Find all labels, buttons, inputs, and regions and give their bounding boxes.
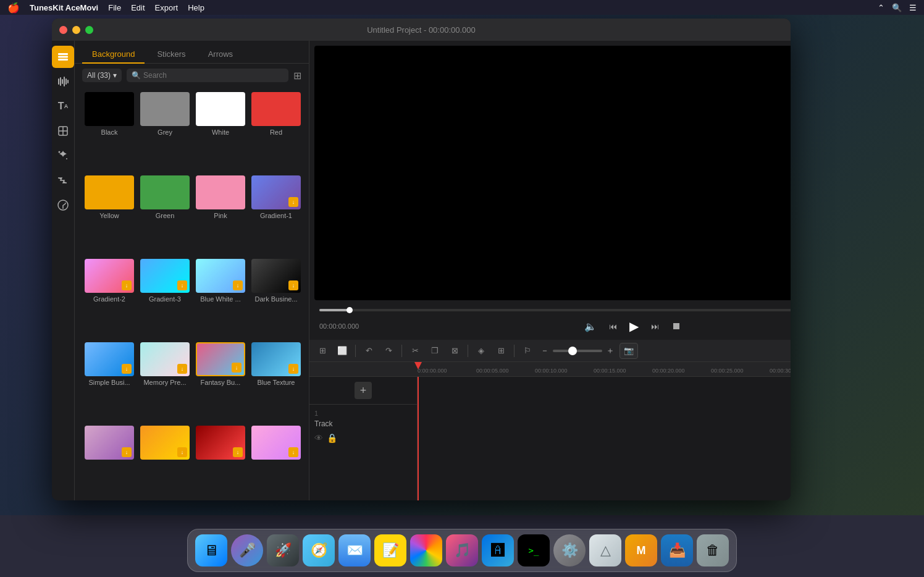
close-button[interactable] [59, 26, 67, 34]
tool-delete[interactable]: ⊠ [447, 343, 463, 359]
dock-app-dayone[interactable]: △ [589, 534, 621, 566]
dock-app-photos[interactable] [410, 534, 442, 566]
ruler-marks: 0:00:00.000 00:00:05.000 00:00:10.000 00… [418, 368, 791, 374]
dock-app-safari[interactable]: 🧭 [303, 534, 335, 566]
search-input[interactable] [143, 71, 284, 80]
dock-app-trash[interactable]: 🗑 [697, 534, 729, 566]
add-track-button[interactable]: + [355, 382, 372, 399]
bg-item-darkbusiness[interactable]: ↓ Dark Busine... [249, 256, 303, 339]
tab-stickers[interactable]: Stickers [147, 46, 195, 64]
sidebar-item-sticker[interactable] [52, 194, 74, 216]
bg-item-yellow[interactable]: Yellow [82, 173, 136, 255]
airplay-icon[interactable]: ⌃ [878, 3, 884, 12]
bg-item-row5c[interactable]: ↓ [193, 423, 248, 498]
search-box[interactable]: 🔍 [127, 69, 288, 82]
bg-item-gradient3[interactable]: ↓ Gradient-3 [138, 256, 192, 339]
dock-app-terminal[interactable]: >_ [518, 534, 550, 566]
dock-app-launchpad[interactable]: 🚀 [267, 534, 299, 566]
bg-item-gradient2[interactable]: ↓ Gradient-2 [82, 256, 136, 339]
maximize-button[interactable] [85, 26, 93, 34]
menu-export[interactable]: Export [155, 3, 178, 12]
grid-toggle-icon[interactable]: ⊞ [293, 70, 301, 82]
bg-item-row5d[interactable]: ↓ [249, 423, 303, 498]
tool-add-clip[interactable]: ⊞ [314, 343, 330, 359]
menu-help[interactable]: Help [188, 3, 204, 12]
bg-item-white[interactable]: White [193, 90, 248, 172]
svg-rect-1 [58, 56, 68, 58]
search-menubar-icon[interactable]: 🔍 [892, 3, 902, 12]
bg-item-fantasybu[interactable]: ↓ Fantasy Bu... [193, 340, 248, 422]
bg-item-bluewhite[interactable]: ↓ Blue White ... [193, 256, 248, 339]
apple-menu[interactable]: 🍎 [7, 2, 20, 14]
bg-item-black[interactable]: Black [82, 90, 136, 172]
bg-item-bluetexture[interactable]: ↓ Blue Texture [249, 340, 303, 422]
dock-app-masterpdf[interactable]: M [625, 534, 657, 566]
tool-undo[interactable]: ↶ [361, 343, 377, 359]
timeline-playhead[interactable] [418, 377, 791, 500]
minimize-button[interactable] [72, 26, 80, 34]
bg-thumb-grey [140, 92, 190, 126]
dock-app-music[interactable]: 🎵 [446, 534, 478, 566]
dock-app-sysprefs[interactable]: ⚙️ [553, 534, 586, 566]
dock-app-siri[interactable]: 🎤 [231, 534, 263, 566]
timeline-ruler: 0:00:00.000 00:00:05.000 00:00:10.000 00… [309, 362, 791, 377]
dock-app-notes[interactable]: 📝 [374, 534, 406, 566]
bg-label-memorypre: Memory Pre... [143, 379, 186, 386]
sidebar-item-audio[interactable] [52, 70, 74, 93]
tool-split[interactable]: ⬜ [334, 343, 350, 359]
tool-cut[interactable]: ✂ [407, 343, 423, 359]
sidebar-item-text[interactable]: TA [52, 95, 74, 117]
search-icon: 🔍 [132, 71, 141, 80]
tool-copy[interactable]: ❐ [427, 343, 443, 359]
forward-button[interactable]: ⏭ [650, 321, 660, 332]
bg-item-memorypre[interactable]: ↓ Memory Pre... [138, 340, 192, 422]
download-badge: ↓ [122, 447, 132, 457]
dock-app-appstore[interactable]: 🅰 [482, 534, 514, 566]
rewind-button[interactable]: ⏮ [608, 321, 618, 332]
sidebar-item-transitions[interactable] [52, 169, 74, 192]
zoom-in-button[interactable]: ＋ [605, 344, 616, 358]
track-visibility-icon[interactable]: 👁 [314, 433, 323, 443]
bg-item-row5a[interactable]: ↓ [82, 423, 136, 498]
menu-edit[interactable]: Edit [131, 3, 145, 12]
tool-flag[interactable]: ⚐ [519, 343, 536, 359]
dock-app-finder[interactable]: 🖥 [195, 534, 227, 566]
bg-item-grey[interactable]: Grey [138, 90, 192, 172]
track-icons: 👁 🔒 [314, 433, 412, 443]
filter-dropdown[interactable]: All (33) ▾ [82, 69, 122, 82]
sidebar-item-shapes[interactable] [52, 120, 74, 142]
bg-thumb-black [85, 92, 134, 126]
menu-file[interactable]: File [108, 3, 121, 12]
bg-item-simplebusi[interactable]: ↓ Simple Busi... [82, 340, 136, 422]
progress-bar[interactable] [319, 309, 791, 311]
bg-item-red[interactable]: Red [249, 90, 303, 172]
time-display: 00:00:00.000 [319, 322, 359, 330]
preview-area: 00:00:00.000 🔈 ⏮ ▶ ⏭ ⏹ ⊡ ⛶ [309, 41, 791, 340]
track-lock-icon[interactable]: 🔒 [327, 433, 337, 443]
sidebar-item-effects[interactable] [52, 145, 74, 167]
snapshot-button[interactable]: 📷 [620, 343, 638, 359]
tool-zoom-out[interactable]: ⊞ [493, 343, 509, 359]
mute-button[interactable]: 🔈 [583, 319, 598, 334]
bg-item-pink[interactable]: Pink [193, 173, 248, 255]
menu-list-icon[interactable]: ☰ [909, 3, 917, 12]
zoom-out-button[interactable]: － [539, 344, 550, 358]
bg-item-green[interactable]: Green [138, 173, 192, 255]
tool-redo[interactable]: ↷ [380, 343, 397, 359]
bg-item-gradient1[interactable]: ↓ Gradient-1 [249, 173, 303, 255]
dock-app-downloads[interactable]: 📥 [661, 534, 693, 566]
bg-label-darkbusiness: Dark Busine... [254, 295, 297, 303]
bg-label-gradient2: Gradient-2 [93, 295, 125, 303]
stop-button[interactable]: ⏹ [670, 319, 682, 333]
dock-app-mail[interactable]: ✉️ [338, 534, 371, 566]
zoom-slider[interactable] [553, 350, 602, 352]
tabs: Background Stickers Arrows [75, 41, 309, 64]
sidebar-item-layers[interactable] [52, 46, 74, 68]
bg-thumb-bluetexture: ↓ [251, 342, 301, 376]
tab-arrows[interactable]: Arrows [198, 46, 243, 64]
bg-item-row5b[interactable]: ↓ [138, 423, 192, 498]
tab-background[interactable]: Background [82, 46, 145, 64]
tool-marker[interactable]: ◈ [473, 343, 489, 359]
download-badge: ↓ [232, 363, 242, 373]
play-button[interactable]: ▶ [628, 318, 640, 335]
